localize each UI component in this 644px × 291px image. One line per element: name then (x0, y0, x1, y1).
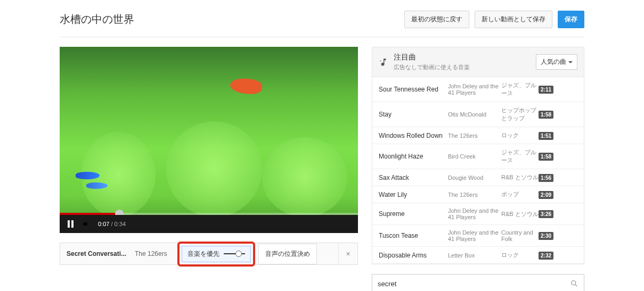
track-genre: ロック (501, 251, 539, 259)
mix-slider-knob[interactable] (235, 251, 242, 257)
music-panel: + 注目曲 広告なしで動画に使える音楽 人気の曲 Sour Tennessee … (372, 47, 584, 264)
track-row[interactable]: Windows Rolled DownThe 126ersロック1:51 (372, 127, 584, 144)
track-title: Sour Tennessee Red (379, 86, 448, 93)
track-duration: 1:51 (539, 132, 558, 139)
revert-button[interactable]: 最初の状態に戻す (404, 11, 469, 28)
remove-audio-button[interactable]: × (338, 243, 357, 264)
track-title: Windows Rolled Down (379, 132, 448, 139)
fish-decoration (230, 77, 263, 95)
track-artist: John Deley and the 41 Players (448, 207, 501, 220)
fish-decoration (76, 172, 100, 179)
plant-decoration (262, 137, 347, 217)
search-box (372, 274, 584, 291)
header-actions: 最初の状態に戻す 新しい動画として保存 保存 (404, 11, 584, 28)
track-artist: The 126ers (448, 132, 501, 139)
music-priority-control[interactable]: 音楽を優先 (182, 246, 251, 262)
track-duration: 2:11 (539, 86, 558, 93)
playback-time: 0:07 / 0:34 (98, 221, 126, 227)
track-row[interactable]: SupremeJohn Deley and the 41 PlayersR&B … (372, 203, 584, 225)
track-row[interactable]: Tuscon TeaseJohn Deley and the 41 Player… (372, 225, 584, 247)
plant-decoration (166, 121, 262, 217)
save-button[interactable]: 保存 (558, 11, 584, 28)
track-genre: ジャズ、ブルース (501, 81, 539, 97)
audio-strip: Secret Conversati... The 126ers 音楽を優先 音声… (60, 243, 358, 265)
mix-highlight: 音楽を優先 (177, 242, 255, 267)
save-as-new-button[interactable]: 新しい動画として保存 (475, 11, 552, 28)
track-title: Disposable Arms (379, 252, 448, 259)
track-genre: R&B とソウル (501, 173, 539, 181)
track-row[interactable]: Water LilyThe 126ersポップ2:09 (372, 186, 584, 203)
video-preview[interactable]: 0:07 / 0:34 (60, 47, 358, 233)
editor-header: 水槽の中の世界 最初の状態に戻す 新しい動画として保存 保存 (60, 11, 584, 37)
search-input[interactable] (378, 280, 570, 288)
track-row[interactable]: Disposable ArmsLetter Boxロック2:32 (372, 247, 584, 264)
music-panel-subtitle: 広告なしで動画に使える音楽 (394, 63, 531, 71)
track-title: Supreme (379, 210, 448, 218)
track-duration: 1:58 (539, 111, 558, 118)
pause-button[interactable] (66, 220, 75, 228)
fish-decoration (86, 182, 108, 189)
sort-dropdown[interactable]: 人気の曲 (536, 54, 577, 70)
track-artist: John Deley and the 41 Players (448, 229, 501, 242)
track-row[interactable]: StayOtis McDonaldヒップホップとラップ1:58 (372, 102, 584, 127)
selected-track-title: Secret Conversati... (60, 250, 135, 257)
sort-label: 人気の曲 (541, 57, 566, 66)
player-controls: 0:07 / 0:34 (60, 215, 358, 233)
track-duration: 1:58 (539, 153, 558, 160)
track-duration: 2:32 (539, 252, 558, 259)
track-list: Sour Tennessee RedJohn Deley and the 41 … (372, 77, 584, 264)
chevron-down-icon (568, 61, 573, 63)
track-duration: 1:56 (539, 174, 558, 181)
track-title: Tuscon Tease (379, 232, 448, 239)
track-artist: Letter Box (448, 252, 501, 259)
track-genre: ヒップホップとラップ (501, 106, 539, 122)
track-artist: The 126ers (448, 192, 501, 198)
video-frame (60, 47, 358, 233)
music-panel-header: + 注目曲 広告なしで動画に使える音楽 人気の曲 (372, 47, 584, 77)
track-genre: R&B とソウル (501, 210, 539, 218)
svg-point-1 (572, 281, 576, 285)
track-genre: ポップ (501, 190, 539, 198)
mix-slider[interactable] (224, 253, 245, 254)
current-time: 0:07 (98, 221, 109, 227)
music-panel-title: 注目曲 (394, 53, 531, 62)
track-artist: John Deley and the 41 Players (448, 83, 501, 96)
video-title: 水槽の中の世界 (60, 12, 134, 27)
audio-position-button[interactable]: 音声の位置決め (258, 244, 317, 264)
track-artist: Bird Creek (448, 153, 501, 160)
mix-label: 音楽を優先 (188, 250, 219, 259)
track-title: Moonlight Haze (379, 153, 448, 160)
selected-track-artist: The 126ers (135, 250, 177, 257)
svg-line-2 (575, 285, 577, 286)
volume-icon[interactable] (82, 220, 91, 228)
track-artist: Otis McDonald (448, 111, 501, 118)
track-duration: 2:30 (539, 232, 558, 239)
track-artist: Dougie Wood (448, 174, 501, 181)
music-note-icon: + (379, 57, 388, 67)
track-row[interactable]: Sax AttackDougie WoodR&B とソウル1:56 (372, 169, 584, 186)
track-genre: ジャズ、ブルース (501, 148, 539, 164)
track-duration: 2:09 (539, 191, 558, 198)
track-duration: 3:26 (539, 210, 558, 218)
track-title: Stay (379, 111, 448, 118)
track-genre: Country and Folk (501, 229, 539, 242)
track-title: Sax Attack (379, 174, 448, 181)
track-row[interactable]: Moonlight HazeBird Creekジャズ、ブルース1:58 (372, 144, 584, 169)
svg-text:+: + (380, 59, 382, 62)
track-genre: ロック (501, 131, 539, 139)
duration: 0:34 (115, 221, 126, 227)
track-row[interactable]: Sour Tennessee RedJohn Deley and the 41 … (372, 77, 584, 102)
search-icon[interactable] (570, 279, 578, 288)
track-title: Water Lily (379, 191, 448, 198)
